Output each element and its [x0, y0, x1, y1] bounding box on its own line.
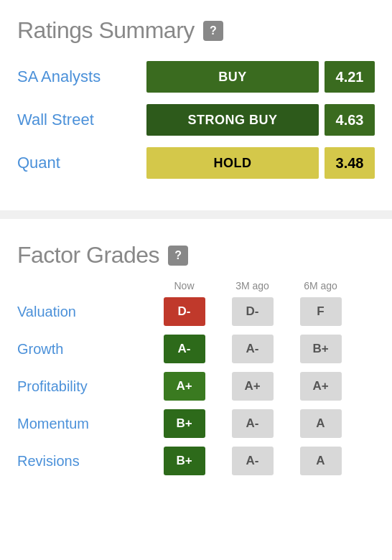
grade-now-cell: A-: [150, 335, 218, 363]
rating-label[interactable]: SA Analysts: [17, 67, 146, 86]
grade-label[interactable]: Profitability: [17, 378, 150, 395]
rating-label[interactable]: Wall Street: [17, 111, 146, 129]
grade-3m: A-: [232, 447, 274, 475]
grade-label[interactable]: Revisions: [17, 453, 150, 470]
rating-score: 4.63: [325, 104, 375, 136]
grade-6m: F: [300, 297, 342, 326]
grade-3m: A-: [232, 409, 274, 438]
grade-3m: A-: [232, 335, 274, 363]
grade-now: D-: [164, 297, 205, 326]
grade-3m-cell: A-: [218, 409, 286, 438]
rating-row: Quant HOLD 3.48: [17, 147, 375, 179]
grade-now: B+: [164, 447, 205, 475]
ratings-help-icon[interactable]: ?: [203, 21, 223, 41]
rating-row: SA Analysts BUY 4.21: [17, 61, 375, 93]
grade-row: Momentum B+ A- A: [17, 409, 375, 438]
ratings-section: Ratings Summary ? SA Analysts BUY 4.21 W…: [0, 0, 392, 205]
grade-now-cell: D-: [150, 297, 218, 326]
grade-3m-cell: D-: [218, 297, 286, 326]
grade-row: Profitability A+ A+ A+: [17, 372, 375, 401]
grade-row: Growth A- A- B+: [17, 335, 375, 363]
grade-3m: A+: [232, 372, 274, 401]
rating-badge: HOLD: [146, 147, 319, 179]
col-3m: 3M ago: [218, 280, 286, 291]
grade-row: Revisions B+ A- A: [17, 447, 375, 475]
grades-rows: Valuation D- D- F Growth A- A- B+ Profit…: [17, 297, 375, 475]
ratings-title: Ratings Summary: [17, 17, 195, 44]
rating-row: Wall Street STRONG BUY 4.63: [17, 104, 375, 136]
grade-6m: A+: [300, 372, 342, 401]
grade-label[interactable]: Growth: [17, 341, 150, 358]
col-6m: 6M ago: [286, 280, 355, 291]
grade-now-cell: A+: [150, 372, 218, 401]
grade-6m: A: [300, 447, 342, 475]
rating-score: 3.48: [325, 147, 375, 179]
grade-now: A-: [164, 335, 205, 363]
grade-6m-cell: A: [286, 409, 355, 438]
rating-label[interactable]: Quant: [17, 154, 146, 172]
grade-6m-cell: A: [286, 447, 355, 475]
grade-now: A+: [164, 372, 205, 401]
grade-6m: B+: [300, 335, 342, 363]
grade-now-cell: B+: [150, 409, 218, 438]
rating-badge: STRONG BUY: [146, 104, 319, 136]
grade-3m-cell: A+: [218, 372, 286, 401]
column-headers: Now 3M ago 6M ago: [17, 280, 375, 291]
grade-label[interactable]: Valuation: [17, 304, 150, 320]
grade-6m-cell: B+: [286, 335, 355, 363]
grade-row: Valuation D- D- F: [17, 297, 375, 326]
grades-section: Factor Grades ? Now 3M ago 6M ago Valuat…: [0, 225, 392, 498]
col-now: Now: [150, 280, 218, 291]
grade-label[interactable]: Momentum: [17, 416, 150, 432]
rating-score: 4.21: [325, 61, 375, 93]
grade-6m-cell: A+: [286, 372, 355, 401]
grade-3m-cell: A-: [218, 447, 286, 475]
grade-now-cell: B+: [150, 447, 218, 475]
grade-6m-cell: F: [286, 297, 355, 326]
ratings-rows: SA Analysts BUY 4.21 Wall Street STRONG …: [17, 61, 375, 179]
grade-3m-cell: A-: [218, 335, 286, 363]
rating-badge: BUY: [146, 61, 319, 93]
grades-title: Factor Grades: [17, 242, 159, 269]
grades-header: Factor Grades ?: [17, 242, 375, 269]
grade-6m: A: [300, 409, 342, 438]
grade-3m: D-: [232, 297, 274, 326]
grades-help-icon[interactable]: ?: [168, 246, 188, 266]
grade-now: B+: [164, 409, 205, 438]
section-divider: [0, 210, 392, 219]
ratings-header: Ratings Summary ?: [17, 17, 375, 44]
